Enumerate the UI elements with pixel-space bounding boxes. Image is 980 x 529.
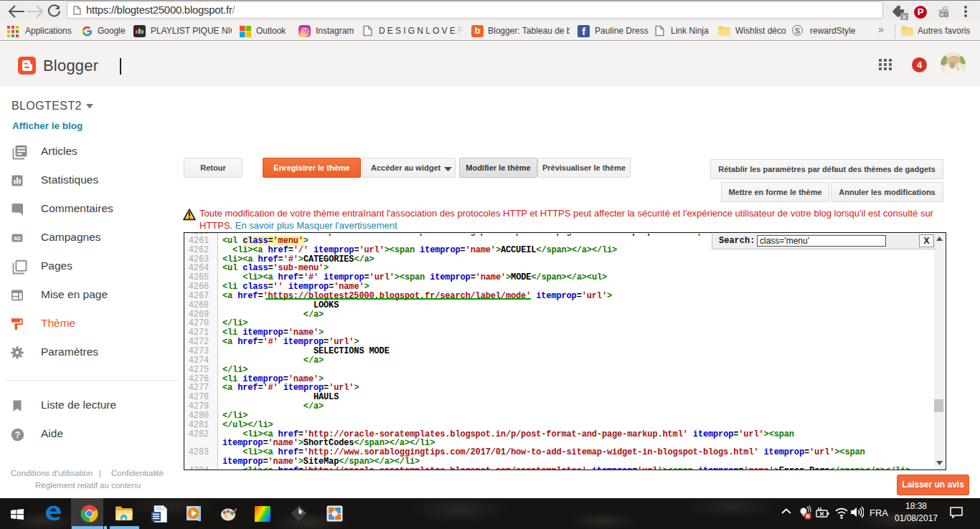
svg-text:?: ? — [15, 430, 20, 440]
svg-text:AD: AD — [14, 236, 21, 241]
svg-text:X: X — [902, 14, 906, 21]
